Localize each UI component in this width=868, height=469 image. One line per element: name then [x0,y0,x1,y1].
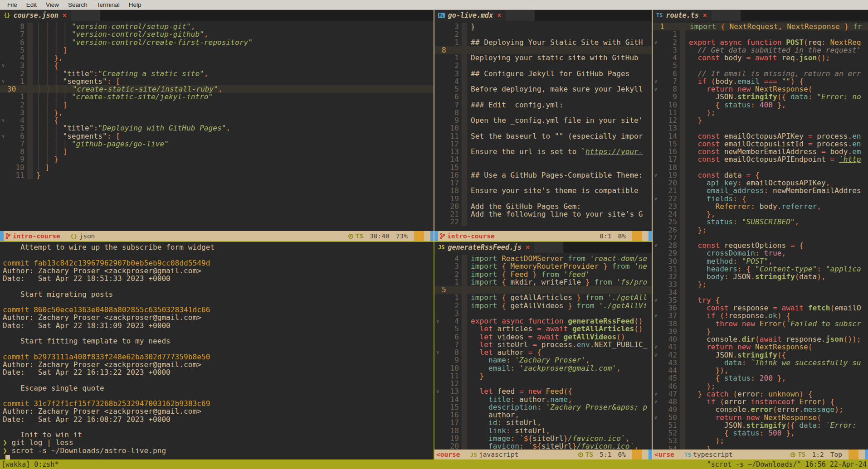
fold-chevron-icon[interactable]: ∨ [653,398,659,406]
menu-item-terminal[interactable]: Terminal [92,1,124,8]
fold-column [0,148,6,155]
tmux-status-bar: [wakka] 0:zsh* "scrot -s ~/Downloads/" 1… [0,459,868,469]
vim-statusline: intro-course8:18% [434,231,652,241]
fold-chevron-icon[interactable]: ∨ [653,39,659,46]
fold-column [653,249,659,257]
line-number: 1 [441,39,462,46]
line-number: 28 [659,242,680,249]
editor-content[interactable]: 3}21## Deploying Your Static Site with G… [434,21,652,231]
tab-course-json[interactable]: {}course.json× [0,10,71,21]
tab-close-icon[interactable]: × [526,243,530,251]
fold-chevron-icon[interactable]: ∨ [0,116,6,124]
fold-column [653,335,659,343]
menu-item-view[interactable]: View [41,1,63,8]
sign-column [680,367,685,374]
fold-chevron-icon[interactable]: ∨ [0,62,6,69]
editor-pane-generate-rss-feed[interactable]: JSgenerateRssFeed.js× 4import ReactDOMSe… [434,242,652,459]
fold-column [434,333,441,341]
scroll-percent: 8% [618,232,626,240]
fold-column [434,30,441,38]
line-number: 2 [6,101,27,109]
tmux-session-window[interactable]: [wakka] 0:zsh* [1,460,59,469]
code-line: 5 [434,286,652,294]
tab-generate-rss-feed[interactable]: JSgenerateRssFeed.js× [434,242,534,253]
editor-content[interactable]: 8│ │ │ │ "version-control/setup-git",7│ … [0,21,434,231]
editor-pane-route-ts[interactable]: TSroute.ts× 1import { NextRequest, NextR… [653,10,868,459]
line-number: 9 [441,116,462,124]
sign-column [680,242,685,249]
fold-column [0,155,6,163]
code-line: 54 } [653,445,868,450]
fold-column [434,93,441,101]
fold-chevron-icon[interactable]: ∨ [653,414,659,421]
menu-item-help[interactable]: Help [124,1,146,8]
sign-column [680,77,685,85]
sign-column [27,132,33,140]
fold-chevron-icon[interactable]: ∨ [434,348,441,356]
code-text: if (!response.ok) { [685,312,790,319]
fold-column [434,419,441,426]
tab-close-icon[interactable]: × [703,11,707,19]
code-text [685,164,689,171]
line-number: 5 [659,62,680,69]
menu-item-search[interactable]: Search [63,1,92,8]
menu-item-edit[interactable]: Edit [22,1,41,8]
code-line: 7### Edit _config.yml: [434,101,652,109]
editor-content[interactable]: 1import { NextRequest, NextResponse } fr… [653,21,868,450]
code-text: data: `Think we successfully su [685,359,861,367]
fold-chevron-icon[interactable]: ∨ [653,343,659,351]
code-line: 13 [653,124,868,132]
code-line: ∨37 if (!response.ok) { [653,312,868,319]
fold-chevron-icon[interactable]: ∨ [653,171,659,179]
shell-pane-git-log[interactable]: Attempt to wire up the subscribe form wi… [0,242,434,459]
sign-column [680,62,685,69]
fold-chevron-icon[interactable]: ∨ [653,390,659,398]
terminal-line [0,376,434,384]
fold-column [434,140,441,148]
code-line: 1│ │ │ │ "create-static-site/jekyl-intro… [0,93,434,101]
sign-column [27,23,33,30]
tab-close-icon[interactable]: × [63,11,67,19]
sign-column [27,77,33,85]
fold-chevron-icon[interactable]: ∨ [0,77,6,85]
sign-column [680,351,685,359]
fold-chevron-icon[interactable]: ∨ [653,312,659,319]
code-text: } [685,328,711,335]
menu-item-file[interactable]: File [3,1,22,8]
fold-chevron-icon[interactable]: ∨ [653,351,659,359]
code-text: { status: 400 }, [685,101,786,109]
line-number: 20 [441,442,462,450]
code-line: 31 headers: { "Content-type": "applica [653,265,868,273]
tab-route-ts[interactable]: TSroute.ts× [653,10,712,21]
line-number: 20 [441,203,462,210]
terminal-text [0,251,3,259]
fold-chevron-icon[interactable]: ∨ [653,85,659,93]
fold-chevron-icon[interactable]: ∨ [653,77,659,85]
terminal-line [0,345,434,353]
tab-go-live-mdx[interactable]: M↓go-live.mdx× [434,10,506,21]
fold-chevron-icon[interactable]: ∨ [434,387,441,395]
fold-column [653,226,659,234]
fold-chevron-icon[interactable]: ∨ [434,317,441,325]
fold-column [653,164,659,171]
line-number: 8 [441,348,462,356]
sign-column [462,39,467,46]
fold-chevron-icon[interactable]: ∨ [653,195,659,203]
statusline-accent-bar [0,231,4,241]
tab-close-icon[interactable]: × [497,11,501,19]
code-text: JSON.stringify({ data: `Error: [685,421,857,429]
fold-column [434,294,441,301]
line-number: 18 [659,164,680,171]
fold-chevron-icon[interactable]: ∨ [653,242,659,249]
editor-pane-go-live-mdx[interactable]: M↓go-live.mdx× 3}21## Deploying Your Sta… [434,10,652,241]
fold-chevron-icon[interactable]: ∨ [653,296,659,304]
editor-content[interactable]: 4import ReactDOMServer from 'react-dom/s… [434,253,652,450]
line-number: 5 [441,286,463,294]
code-text: name: 'Zachary Proser', [467,356,590,364]
terminal-line: Date: Sat Apr 22 16:08:27 2023 +0000 [0,416,434,423]
fold-column [0,101,6,109]
fold-chevron-icon[interactable]: ∨ [0,132,6,140]
sign-column [462,278,467,286]
editor-pane-course-json[interactable]: {}course.json× 8│ │ │ │ "version-control… [0,10,434,241]
sign-column [462,411,467,419]
